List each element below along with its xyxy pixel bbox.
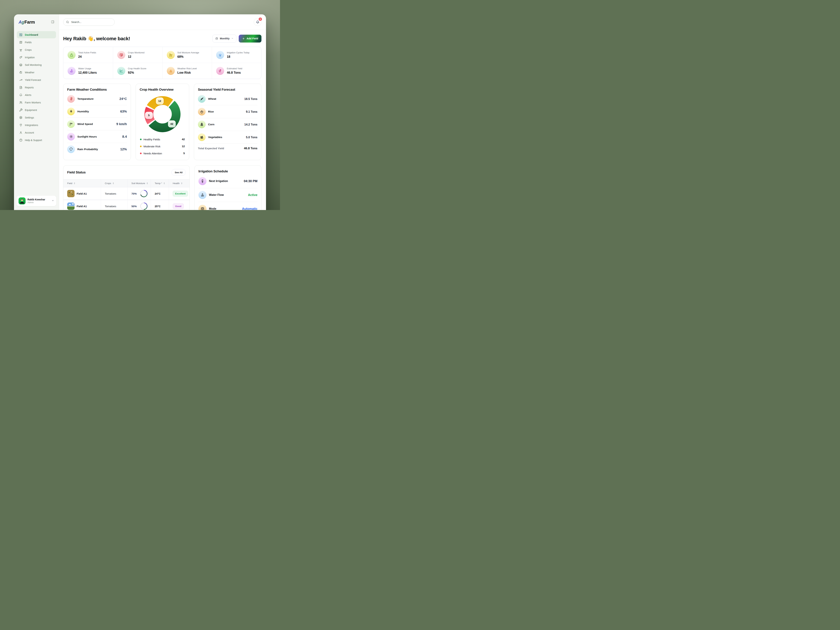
column-header-health[interactable]: Health — [169, 179, 189, 187]
sun-icon — [67, 133, 75, 141]
chevron-down-icon — [231, 37, 234, 40]
sidebar-item-settings[interactable]: Settings — [17, 114, 56, 121]
thermometer-icon — [67, 95, 75, 103]
sidebar-item-weather[interactable]: Weather — [17, 69, 56, 76]
sprinkler-icon — [216, 51, 224, 59]
water-flow-icon — [199, 191, 207, 199]
stat-crop-health-score: Crop Health Score92% — [113, 63, 163, 79]
field-status-title: Field Status — [67, 171, 85, 174]
plug-icon — [19, 123, 22, 127]
sidebar-item-crops[interactable]: Crops — [17, 46, 56, 54]
user-name: Rakib Kowshar — [27, 198, 45, 201]
chart-line-icon — [117, 67, 125, 75]
page-header: Hey Rakib 👋, welcome back! Monthly Add F… — [63, 35, 261, 43]
sidebar-nav: Dashboard Fields Crops Irrigation Soil M… — [14, 30, 59, 144]
calendar-icon — [215, 37, 218, 40]
weather-row-wind: Wind Speed 9 km/h — [67, 118, 127, 130]
search-input[interactable] — [71, 21, 112, 24]
dashboard-content: Hey Rakib 👋, welcome back! Monthly Add F… — [59, 30, 266, 210]
sidebar-item-fields[interactable]: Fields — [17, 39, 56, 46]
legend-dot-green — [140, 139, 142, 140]
irrigation-schedule-title: Irrigation Schedule — [199, 169, 257, 173]
weather-row-temperature: Temparature 24°C — [67, 93, 127, 105]
sidebar-item-help-support[interactable]: Help & Support — [17, 136, 56, 144]
user-menu[interactable]: Rakib Kowshar Admin — [16, 196, 56, 206]
column-header-temp[interactable]: Temp ° — [151, 179, 169, 187]
donut-label-attention: 5 — [145, 112, 153, 119]
legend-healthy-fields: Healthy Fields 42 — [140, 136, 185, 143]
weather-row-rain: Rain Probability 12% — [67, 143, 127, 155]
page-greeting: Hey Rakib 👋, welcome back! — [63, 36, 130, 41]
sidebar-item-dashboard[interactable]: Dashboard — [17, 31, 56, 38]
table-row[interactable]: Field A1 Tomatoes 70% 24°C Excellent — [63, 188, 189, 200]
file-text-icon — [19, 86, 22, 89]
table-row[interactable]: Field A1 Tomatoes 50% 25°C Good — [63, 200, 189, 210]
sprout-drops-icon — [199, 177, 207, 185]
yield-coin-icon — [216, 67, 224, 75]
sidebar-item-integrations[interactable]: Integrations — [17, 122, 56, 129]
stat-irrigation-cycles: Irrigation Cycles Today18 — [212, 47, 261, 63]
trending-up-icon — [19, 78, 22, 82]
yield-row-vegetables: Vegetables 5.0 Tons — [198, 131, 257, 144]
moisture-ring — [140, 190, 147, 197]
sidebar-item-yield-forecast[interactable]: Yield Forecast — [17, 76, 56, 84]
sidebar-item-account[interactable]: Account — [17, 129, 56, 136]
bottom-cards: Field Status See All Field Crops Soil Mo… — [63, 165, 261, 210]
avatar — [19, 197, 25, 204]
sidebar-item-irrigation[interactable]: Irrigation — [17, 54, 56, 61]
chevron-down-icon — [51, 199, 54, 203]
sidebar-item-label: Dashboard — [25, 33, 38, 36]
humidity-icon — [67, 107, 75, 115]
stat-soil-moisture-average: Soil Moisture Average68% — [163, 47, 212, 63]
stat-estimated-yield: Estimated Yield46.8 Tons — [212, 63, 261, 79]
sidebar-item-equipment[interactable]: Equipment — [17, 106, 56, 114]
main-column: 3 Hey Rakib 👋, welcome back! Monthly — [59, 14, 266, 210]
column-header-crops[interactable]: Crops — [101, 179, 127, 187]
add-field-button[interactable]: Add Field — [239, 35, 261, 43]
sort-icon — [181, 182, 183, 185]
yield-total-row: Total Expected Yield 46.8 Tons — [198, 144, 257, 151]
period-select[interactable]: Monthly — [212, 35, 237, 43]
column-header-soil-moisture[interactable]: Soil Moisture — [127, 179, 151, 187]
sidebar-header: AgFarm — [14, 14, 59, 30]
crop-health-title: Crop Health Overview — [140, 88, 185, 92]
sidebar-item-alerts[interactable]: Alerts — [17, 92, 56, 98]
field-thumbnail — [67, 202, 74, 210]
sidebar-collapse-button[interactable] — [50, 19, 55, 25]
stat-weather-risk: Weather Risk LevelLow Risk — [163, 63, 212, 79]
donut-label-healthy: 42 — [168, 120, 176, 127]
sidebar-item-reports[interactable]: Reports — [17, 84, 56, 91]
gear-icon — [19, 116, 22, 119]
period-label: Monthly — [220, 37, 230, 40]
yield-row-corn: Corn 14.2 Tons — [198, 118, 257, 131]
notifications-button[interactable]: 3 — [254, 18, 261, 26]
column-header-field[interactable]: Field — [63, 179, 101, 187]
see-all-button[interactable]: See All — [172, 169, 186, 176]
vegetable-basket-icon — [198, 133, 205, 141]
stat-water-usage: Water Usage12,400 Liters — [63, 63, 113, 79]
field-status-header: Field Status See All — [63, 166, 189, 179]
bell-icon — [19, 93, 22, 97]
rice-bowl-icon — [198, 108, 205, 115]
sidebar: AgFarm Dashboard Fields Crops Irrigation… — [14, 14, 59, 210]
dashboard-icon — [19, 33, 22, 36]
sidebar-item-soil-monitoring[interactable]: Soil Monitoring — [17, 61, 56, 68]
search-icon — [66, 21, 69, 24]
field-thumbnail — [67, 190, 74, 197]
legend-dot-yellow — [140, 145, 142, 147]
legend-dot-red — [140, 153, 142, 154]
sidebar-item-farm-workers[interactable]: Farm Workers — [17, 99, 56, 106]
yield-row-rice: Rice 9.1 Tons — [198, 105, 257, 118]
crop-health-card: Crop Health Overview — [136, 84, 189, 160]
app-logo: AgFarm — [19, 20, 35, 25]
donut-label-moderate: 12 — [156, 98, 164, 104]
search-box[interactable] — [63, 18, 115, 26]
plus-icon — [242, 37, 245, 40]
hand-water-icon — [68, 67, 76, 75]
weather-card: Farm Weather Conditions Temparature 24°C… — [63, 84, 131, 160]
layers-icon — [19, 63, 22, 67]
mode-leaves-icon — [199, 205, 207, 210]
users-icon — [19, 101, 22, 104]
sort-icon — [146, 182, 148, 185]
yield-forecast-title: Seasonal Yield Forecast — [198, 88, 257, 92]
